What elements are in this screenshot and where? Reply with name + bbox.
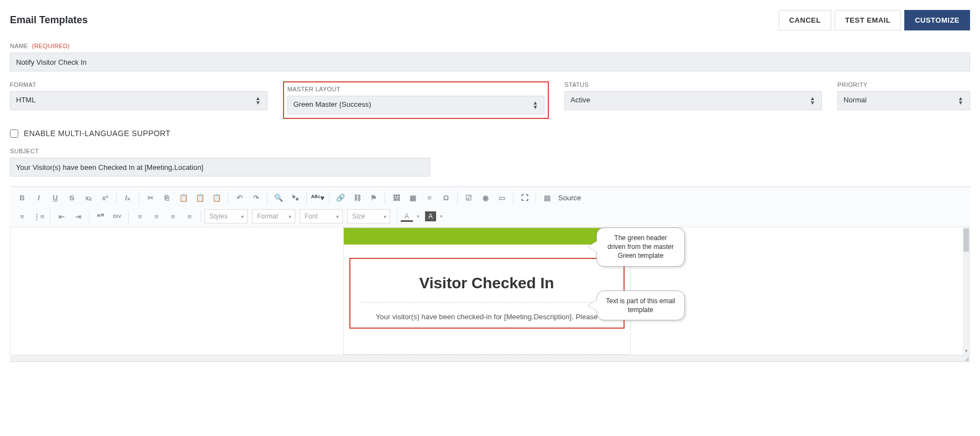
strike-icon[interactable]: S xyxy=(64,190,80,205)
status-label: STATUS xyxy=(564,81,822,88)
text-color-icon[interactable]: A xyxy=(401,211,413,222)
undo-icon[interactable]: ↶ xyxy=(232,190,247,205)
format-select[interactable]: HTML ▲▼ xyxy=(10,91,268,110)
separator xyxy=(536,191,536,204)
paste-word-icon[interactable]: 📋 xyxy=(209,190,224,205)
customize-button[interactable]: CUSTOMIZE xyxy=(904,10,970,30)
italic-icon[interactable]: I xyxy=(31,190,46,205)
bullet-list-icon[interactable]: ⋮≡ xyxy=(31,209,46,224)
align-center-icon[interactable]: ≡ xyxy=(149,209,164,224)
format-label: FORMAT xyxy=(10,81,268,88)
subject-input[interactable] xyxy=(10,158,430,177)
master-layout-highlight: MASTER LAYOUT Green Master (Success) ▲▼ xyxy=(283,81,549,119)
align-justify-icon[interactable]: ≡ xyxy=(182,209,197,224)
header-buttons: CANCEL TEST EMAIL CUSTOMIZE xyxy=(779,10,970,30)
copy-icon[interactable]: ⎘ xyxy=(159,190,175,205)
separator xyxy=(228,191,228,204)
size-combo[interactable]: Size xyxy=(347,209,390,224)
clear-format-icon[interactable]: Iₓ xyxy=(120,190,135,205)
source-icon[interactable]: ▤ xyxy=(539,190,555,205)
table-icon[interactable]: ▦ xyxy=(405,190,421,205)
radio-icon[interactable]: ◉ xyxy=(478,190,493,205)
maximize-icon[interactable]: ⛶ xyxy=(517,190,532,205)
editor-content-area[interactable]: Visitor Checked In Your visitor(s) have … xyxy=(10,227,970,355)
callout-green-header: The green header driven from the master … xyxy=(596,227,685,267)
unlink-icon[interactable]: ⛓ xyxy=(349,190,365,205)
master-layout-select[interactable]: Green Master (Success) ▲▼ xyxy=(287,96,545,115)
subscript-icon[interactable]: x₂ xyxy=(81,190,96,205)
cut-icon[interactable]: ✂ xyxy=(143,190,158,205)
anchor-icon[interactable]: ⚑ xyxy=(366,190,381,205)
find-icon[interactable]: 🔍 xyxy=(271,190,286,205)
image-icon[interactable]: 🖼 xyxy=(389,190,404,205)
indent-icon[interactable]: ⇥ xyxy=(70,209,86,224)
link-icon[interactable]: 🔗 xyxy=(333,190,348,205)
align-left-icon[interactable]: ≡ xyxy=(132,209,148,224)
callout-tail-icon xyxy=(588,241,597,252)
bg-color-dropdown[interactable]: ▾ xyxy=(438,214,444,219)
underline-icon[interactable]: U xyxy=(48,190,63,205)
page-title: Email Templates xyxy=(10,14,88,26)
separator xyxy=(139,191,139,204)
align-right-icon[interactable]: ≡ xyxy=(165,209,181,224)
separator xyxy=(267,191,268,204)
text-color-dropdown[interactable]: ▾ xyxy=(415,214,421,219)
font-combo[interactable]: Font xyxy=(300,209,343,224)
subject-label: SUBJECT xyxy=(10,148,430,154)
bold-icon[interactable]: B xyxy=(14,190,30,205)
outdent-icon[interactable]: ⇤ xyxy=(54,209,69,224)
special-char-icon[interactable]: Ω xyxy=(438,190,454,205)
format-select-value: HTML xyxy=(10,91,268,110)
name-label: NAME (Required) xyxy=(10,43,970,49)
test-email-button[interactable]: TEST EMAIL xyxy=(835,10,901,30)
editor-toolbar: B I U S x₂ x² Iₓ ✂ ⎘ 📋 📋 📋 ↶ ↷ 🔍 ᵇₐ ᴬᴮᶜ▾… xyxy=(10,187,970,227)
status-select[interactable]: Active ▲▼ xyxy=(564,91,822,110)
status-value: Active xyxy=(564,91,822,110)
styles-combo[interactable]: Styles xyxy=(205,209,248,224)
separator xyxy=(306,191,307,204)
email-green-header xyxy=(344,228,630,245)
checkbox-icon[interactable]: ☑ xyxy=(461,190,476,205)
email-preview-card: Visitor Checked In Your visitor(s) have … xyxy=(343,227,631,355)
numbered-list-icon[interactable]: ≡ xyxy=(14,209,30,224)
multi-language-checkbox[interactable] xyxy=(10,129,18,138)
priority-label: PRIORITY xyxy=(837,81,970,88)
separator xyxy=(116,191,117,204)
bg-color-icon[interactable]: A xyxy=(425,211,436,221)
email-content-block: Visitor Checked In Your visitor(s) have … xyxy=(349,258,625,329)
div-icon[interactable]: DIV xyxy=(109,209,125,224)
spellcheck-icon[interactable]: ᴬᴮᶜ▾ xyxy=(310,190,326,205)
callout-text: The green header driven from the master … xyxy=(607,234,674,259)
separator xyxy=(201,210,201,222)
separator xyxy=(397,210,397,222)
blockquote-icon[interactable]: ❝❞ xyxy=(93,209,108,224)
container-icon[interactable]: ▭ xyxy=(494,190,510,205)
paste-text-icon[interactable]: 📋 xyxy=(192,190,208,205)
rich-text-editor: B I U S x₂ x² Iₓ ✂ ⎘ 📋 📋 📋 ↶ ↷ 🔍 ᵇₐ ᴬᴮᶜ▾… xyxy=(10,186,970,362)
separator xyxy=(385,191,385,204)
callout-tail-icon xyxy=(588,300,597,311)
separator xyxy=(50,210,50,222)
master-layout-label: MASTER LAYOUT xyxy=(287,86,545,92)
required-indicator: (Required) xyxy=(32,43,70,49)
separator xyxy=(513,191,513,204)
priority-value: Normal xyxy=(837,91,970,110)
editor-resize-handle[interactable] xyxy=(10,355,970,361)
paste-icon[interactable]: 📋 xyxy=(176,190,191,205)
replace-icon[interactable]: ᵇₐ xyxy=(287,190,303,205)
separator xyxy=(457,191,458,204)
hr-icon[interactable]: ≡ xyxy=(422,190,437,205)
master-layout-value: Green Master (Success) xyxy=(287,96,545,115)
priority-select[interactable]: Normal ▲▼ xyxy=(837,91,970,110)
email-preview-body: Your visitor(s) have been checked-in for… xyxy=(360,313,614,321)
vertical-scrollbar[interactable] xyxy=(963,227,969,355)
cancel-button[interactable]: CANCEL xyxy=(779,10,831,30)
separator xyxy=(128,210,129,222)
separator xyxy=(89,210,90,222)
callout-text: Text is part of this email template xyxy=(606,297,675,314)
name-input[interactable] xyxy=(10,53,970,71)
superscript-icon[interactable]: x² xyxy=(97,190,113,205)
format-combo[interactable]: Format xyxy=(252,209,295,224)
source-button[interactable]: Source xyxy=(556,194,583,202)
redo-icon[interactable]: ↷ xyxy=(248,190,264,205)
